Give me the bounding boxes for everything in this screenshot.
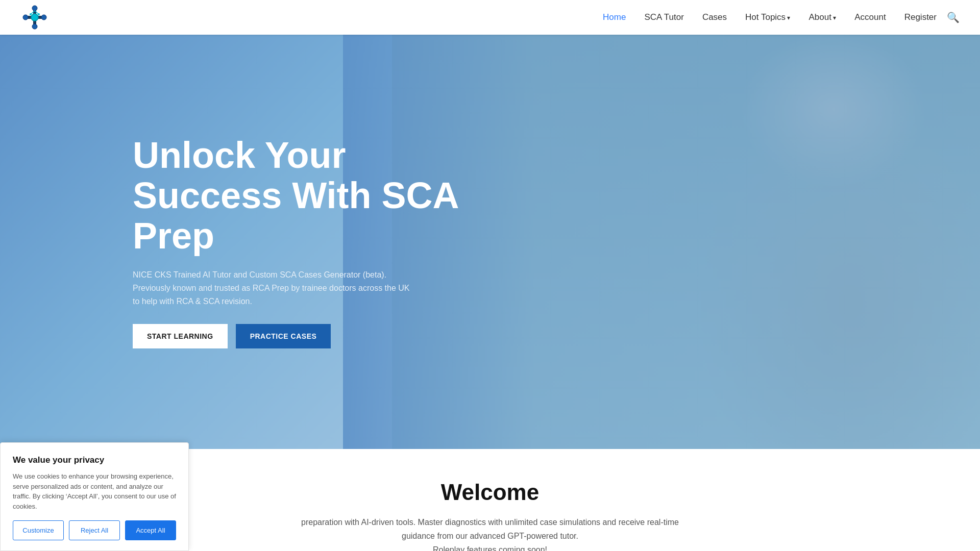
nav-hot-topics[interactable]: Hot Topics	[745, 12, 790, 22]
hero-desc-line2: Previously known and trusted as RCA Prep…	[133, 284, 409, 306]
svg-point-5	[32, 24, 37, 29]
svg-point-6	[23, 15, 28, 20]
nav-about[interactable]: About	[808, 12, 836, 22]
welcome-text: preparation with AI-driven tools. Master…	[286, 515, 694, 551]
practice-cases-button[interactable]: PRACTICE CASES	[236, 324, 331, 348]
svg-point-4	[41, 15, 46, 20]
svg-point-3	[32, 6, 37, 11]
logo[interactable]	[20, 3, 49, 32]
svg-point-11	[38, 13, 40, 15]
welcome-text-line1: preparation with AI-driven tools. Master…	[301, 518, 679, 540]
reject-all-button[interactable]: Reject All	[69, 520, 120, 540]
svg-point-7	[31, 14, 38, 21]
nav-links: Home SCA Tutor Cases Hot Topics About Ac…	[603, 12, 937, 22]
nav-cases[interactable]: Cases	[702, 12, 727, 22]
nav-home[interactable]: Home	[603, 12, 626, 22]
accept-all-button[interactable]: Accept All	[125, 520, 176, 540]
customize-button[interactable]: Customize	[13, 520, 64, 540]
logo-icon	[20, 3, 49, 32]
cookie-text: We use cookies to enhance your browsing …	[13, 471, 176, 511]
hero-buttons: START LEARNING PRACTICE CASES	[133, 324, 459, 348]
welcome-text-line2: Roleplay features coming soon!	[433, 545, 547, 551]
cookie-title: We value your privacy	[13, 455, 176, 465]
hero-desc-line1: NICE CKS Trained AI Tutor and Custom SCA…	[133, 270, 386, 279]
hero-section: Unlock Your Success With SCA Prep NICE C…	[0, 35, 980, 449]
start-learning-button[interactable]: START LEARNING	[133, 324, 228, 348]
hero-title: Unlock Your Success With SCA Prep	[133, 135, 459, 257]
cookie-banner: We value your privacy We use cookies to …	[0, 442, 189, 551]
hero-description: NICE CKS Trained AI Tutor and Custom SCA…	[133, 268, 419, 308]
cookie-buttons: Customize Reject All Accept All	[13, 520, 176, 540]
nav-sca-tutor[interactable]: SCA Tutor	[644, 12, 683, 22]
nav-register[interactable]: Register	[904, 12, 937, 22]
svg-point-10	[30, 13, 32, 15]
hero-content: Unlock Your Success With SCA Prep NICE C…	[0, 135, 459, 348]
navbar: Home SCA Tutor Cases Hot Topics About Ac…	[0, 0, 980, 35]
nav-account[interactable]: Account	[854, 12, 886, 22]
search-icon[interactable]: 🔍	[947, 11, 960, 23]
